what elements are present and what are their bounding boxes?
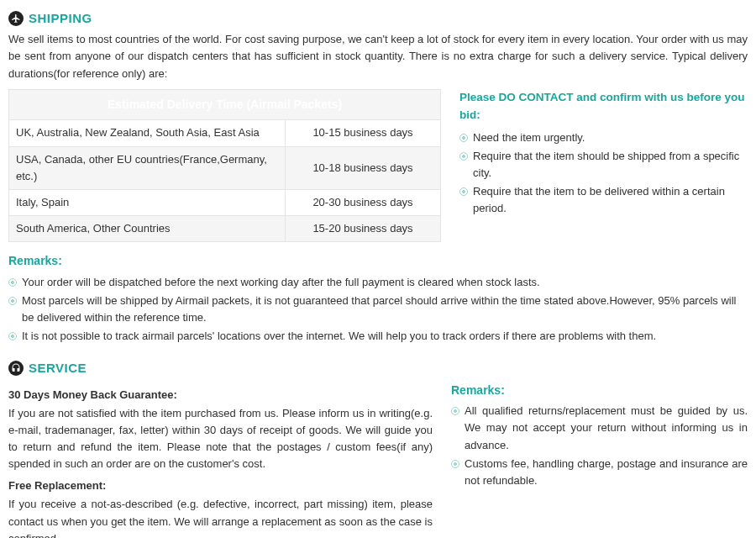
headset-icon (8, 361, 24, 376)
duration-cell: 10-18 business days (286, 146, 441, 189)
list-item: It is not possible to track airmail parc… (8, 328, 748, 345)
list-item: Most parcels will be shipped by Airmail … (8, 293, 748, 326)
contact-heading: Please DO CONTACT and confirm with us be… (459, 89, 748, 124)
region-cell: Italy, Spain (9, 189, 286, 215)
list-item: Your order will be dispatched before the… (8, 274, 748, 291)
bullet-icon (8, 332, 17, 340)
table-row: Italy, Spain20-30 business days (9, 189, 441, 215)
duration-cell: 10-15 business days (286, 120, 441, 146)
list-text: Most parcels will be shipped by Airmail … (22, 293, 748, 326)
bullet-icon (451, 460, 459, 468)
list-text: Require that the item to be delivered wi… (473, 183, 748, 217)
list-item: Require that the item should be shipped … (459, 148, 748, 182)
duration-cell: 15-20 business days (286, 215, 441, 241)
region-cell: South America, Other Countries (9, 215, 286, 241)
list-item: All qualified returns/replacement must b… (451, 403, 748, 453)
list-text: It is not possible to track airmail parc… (22, 328, 656, 345)
service-title: SERVICE (29, 358, 87, 377)
bullet-icon (8, 278, 17, 287)
shipping-header: SHIPPING (8, 8, 748, 28)
list-text: Require that the item should be shipped … (473, 148, 748, 182)
list-text: Your order will be dispatched before the… (22, 274, 540, 291)
list-item: Need the item urgently. (459, 129, 748, 146)
service-remarks-title: Remarks: (451, 382, 748, 400)
bullet-icon (459, 134, 468, 142)
list-item: Require that the item to be delivered wi… (459, 183, 748, 217)
table-row: South America, Other Countries15-20 busi… (9, 215, 441, 241)
bullet-icon (459, 187, 468, 196)
airplane-icon (8, 11, 24, 26)
contact-box: Please DO CONTACT and confirm with us be… (459, 89, 748, 219)
replacement-head: Free Replacement: (8, 477, 433, 494)
shipping-intro: We sell items to most countries of the w… (8, 31, 748, 82)
service-left-col: 30 Days Money Back Guarantee: If you are… (8, 382, 433, 538)
list-text: Need the item urgently. (473, 129, 585, 146)
guarantee-body: If you are not satisfied with the item p… (8, 405, 433, 473)
replacement-body: If you receive a not-as-described (e.g. … (8, 496, 433, 538)
delivery-table: Estimated Delivery Time (Airmail Packets… (8, 89, 441, 242)
delivery-table-wrap: Estimated Delivery Time (Airmail Packets… (8, 89, 441, 242)
duration-cell: 20-30 business days (286, 189, 441, 215)
shipping-remarks-title: Remarks: (8, 252, 748, 271)
list-text: All qualified returns/replacement must b… (465, 403, 748, 453)
list-item: Customs fee, handling charge, postage an… (451, 456, 748, 489)
delivery-table-title: Estimated Delivery Time (Airmail Packets… (9, 89, 441, 120)
table-row: UK, Australia, New Zealand, South Asia, … (9, 120, 441, 146)
list-text: Customs fee, handling charge, postage an… (465, 456, 748, 489)
bullet-icon (451, 407, 459, 415)
region-cell: UK, Australia, New Zealand, South Asia, … (9, 120, 286, 146)
region-cell: USA, Canada, other EU countries(France,G… (9, 146, 286, 189)
guarantee-head: 30 Days Money Back Guarantee: (8, 387, 433, 404)
service-header: SERVICE (8, 358, 748, 377)
shipping-title: SHIPPING (29, 8, 92, 28)
service-right-col: Remarks: All qualified returns/replaceme… (451, 382, 748, 491)
table-row: USA, Canada, other EU countries(France,G… (9, 146, 441, 189)
bullet-icon (459, 152, 468, 161)
bullet-icon (8, 297, 17, 305)
